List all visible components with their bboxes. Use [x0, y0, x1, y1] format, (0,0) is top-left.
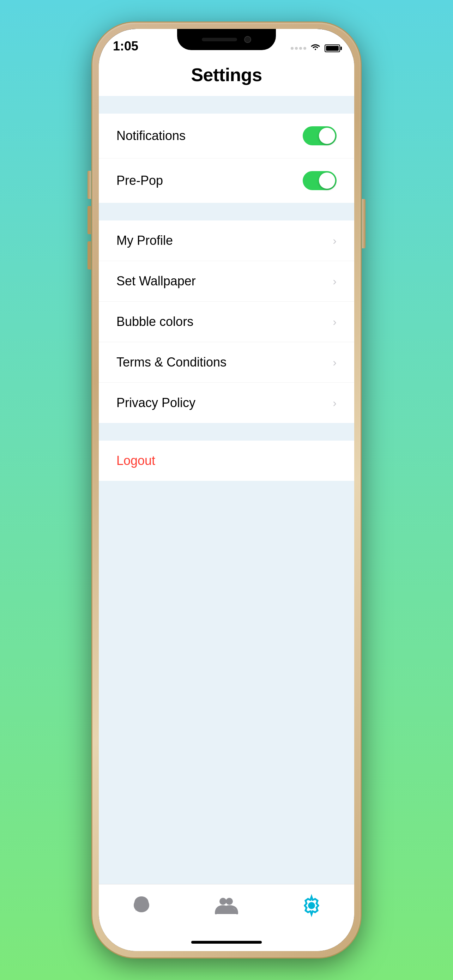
home-indicator — [99, 934, 354, 951]
set-wallpaper-chevron: › — [333, 275, 337, 288]
toggle-knob-notifications — [319, 128, 335, 144]
bubble-colors-chevron: › — [333, 315, 337, 328]
prepop-toggle[interactable] — [303, 171, 337, 190]
section-divider-2 — [99, 203, 354, 221]
bubble-colors-row[interactable]: Bubble colors › — [99, 302, 354, 342]
prepop-label: Pre-Pop — [116, 173, 163, 188]
svg-point-1 — [219, 898, 227, 905]
bubble-colors-label: Bubble colors — [116, 314, 193, 329]
terms-conditions-label: Terms & Conditions — [116, 355, 227, 370]
my-profile-row[interactable]: My Profile › — [99, 221, 354, 261]
front-camera — [244, 36, 251, 43]
tab-messages[interactable] — [99, 893, 184, 918]
privacy-policy-chevron: › — [333, 396, 337, 410]
terms-conditions-chevron: › — [333, 356, 337, 369]
privacy-policy-label: Privacy Policy — [116, 395, 196, 410]
wifi-icon — [310, 43, 321, 54]
logout-button[interactable]: Logout — [116, 453, 155, 468]
messages-icon — [129, 893, 154, 918]
status-icons — [291, 43, 340, 54]
phone-frame: 1:05 — [92, 22, 361, 958]
empty-section — [99, 481, 354, 884]
section-divider-1 — [99, 96, 354, 114]
status-time: 1:05 — [113, 39, 138, 54]
prepop-row[interactable]: Pre-Pop — [99, 158, 354, 203]
notifications-label: Notifications — [116, 129, 186, 143]
content-area: Settings Notifications Pre-Pop — [99, 57, 354, 951]
notch — [177, 29, 276, 50]
signal-dot-1 — [291, 47, 294, 50]
tab-settings[interactable] — [269, 893, 354, 918]
tab-bar — [99, 884, 354, 934]
screen: 1:05 — [99, 29, 354, 951]
signal-dot-3 — [299, 47, 302, 50]
home-bar — [191, 941, 262, 943]
svg-point-2 — [226, 898, 233, 905]
notifications-row[interactable]: Notifications — [99, 114, 354, 158]
section-divider-3 — [99, 423, 354, 441]
page-title-bar: Settings — [99, 57, 354, 96]
signal-dot-4 — [304, 47, 306, 50]
battery-icon — [324, 45, 340, 52]
set-wallpaper-label: Set Wallpaper — [116, 274, 196, 289]
page-title: Settings — [113, 64, 340, 85]
signal-dots — [291, 47, 306, 50]
my-profile-label: My Profile — [116, 233, 173, 248]
notifications-toggle[interactable] — [303, 126, 337, 145]
menu-section: My Profile › Set Wallpaper › Bubble colo… — [99, 221, 354, 423]
privacy-policy-row[interactable]: Privacy Policy › — [99, 383, 354, 423]
signal-dot-2 — [295, 47, 298, 50]
speaker — [202, 38, 237, 41]
logout-section: Logout — [99, 441, 354, 481]
tab-contacts[interactable] — [184, 893, 269, 918]
toggle-knob-prepop — [319, 172, 335, 189]
set-wallpaper-row[interactable]: Set Wallpaper › — [99, 261, 354, 302]
terms-conditions-row[interactable]: Terms & Conditions › — [99, 342, 354, 383]
phone-inner: 1:05 — [99, 29, 354, 951]
settings-icon — [299, 893, 324, 918]
toggle-section: Notifications Pre-Pop — [99, 114, 354, 203]
contacts-icon — [214, 893, 239, 918]
my-profile-chevron: › — [333, 234, 337, 247]
battery-fill — [326, 46, 339, 51]
